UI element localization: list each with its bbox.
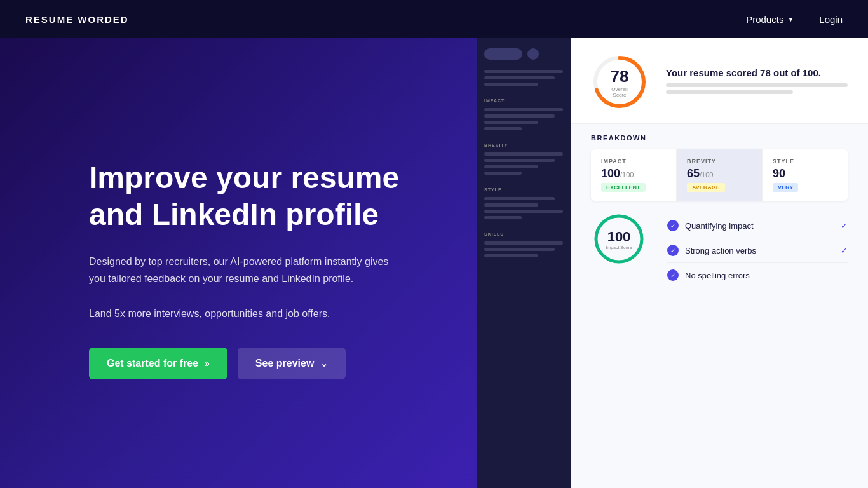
hero-title: Improve your resume and LinkedIn profile (89, 159, 438, 233)
hero-section: Improve your resume and LinkedIn profile… (0, 38, 868, 488)
bd-label-style: STYLE (773, 158, 837, 165)
hero-title-line2: and LinkedIn profile (89, 198, 379, 231)
bd-badge-impact: EXCELLENT (601, 183, 646, 192)
rp-style-label: STYLE (484, 187, 567, 192)
bd-score-brevity: 65/100 (687, 167, 752, 180)
impact-score-label: Impact Score (606, 245, 632, 250)
bd-col-brevity: BREVITY 65/100 AVERAGE (677, 149, 763, 201)
resume-panel-header (484, 48, 567, 60)
double-arrow-icon: » (205, 358, 210, 369)
impact-score-circle: 100 Impact Score (591, 211, 647, 267)
get-started-label: Get started for free (107, 358, 198, 369)
impact-center: 100 Impact Score (606, 229, 632, 250)
login-button[interactable]: Login (819, 14, 843, 25)
rp-line (484, 70, 563, 73)
rp-line (484, 216, 522, 219)
chevron-down-icon: ⌄ (320, 358, 328, 369)
rp-line (484, 210, 563, 213)
hero-title-line1: Improve your resume (89, 161, 399, 194)
rp-line (484, 108, 563, 111)
logo: RESUME WORDED (25, 14, 129, 25)
rp-line (484, 165, 538, 168)
bd-score-style: 90 (773, 167, 837, 180)
checklist: ✓ Quantifying impact ✓ ✓ Strong action v… (667, 211, 848, 287)
products-menu[interactable]: Products ▼ (746, 14, 794, 25)
rp-impact-group: IMPACT (484, 98, 567, 130)
rp-line (484, 172, 522, 175)
overall-score-label: Overall Score (606, 86, 634, 98)
score-headline: Your resume scored 78 out of 100. (666, 67, 848, 78)
chevron-down-icon: ▼ (787, 16, 794, 23)
get-started-button[interactable]: Get started for free » (89, 348, 227, 379)
bd-badge-brevity: AVERAGE (687, 183, 725, 192)
check-text-quantifying: Quantifying impact (685, 221, 834, 231)
bd-score-impact: 100/100 (601, 167, 666, 180)
rp-line (484, 76, 555, 79)
rp-oval (484, 48, 522, 60)
rp-line (484, 248, 555, 251)
score-header: 78 Overall Score Your resume scored 78 o… (571, 38, 868, 124)
score-text-area: Your resume scored 78 out of 100. (666, 67, 848, 97)
analysis-panel: 78 Overall Score Your resume scored 78 o… (571, 38, 868, 488)
rp-line (484, 241, 563, 245)
breakdown-section: BREAKDOWN IMPACT 100/100 EXCELLENT BREVI… (571, 124, 868, 201)
bd-col-impact: IMPACT 100/100 EXCELLENT (591, 149, 677, 201)
see-preview-label: See preview (255, 358, 315, 369)
overall-score-circle: 78 Overall Score (591, 53, 648, 111)
rp-line (484, 197, 555, 200)
rp-line (484, 254, 538, 257)
breakdown-title: BREAKDOWN (591, 134, 848, 142)
check-item-quantifying: ✓ Quantifying impact ✓ (667, 214, 848, 238)
rp-impact-label: IMPACT (484, 98, 567, 103)
score-bar-full (666, 83, 848, 87)
check-icon: ✓ (667, 220, 679, 231)
breakdown-cols: IMPACT 100/100 EXCELLENT BREVITY 65/100 … (591, 149, 848, 201)
hero-description: Designed by top recruiters, our AI-power… (89, 253, 407, 322)
check-right-icon: ✓ (841, 246, 848, 255)
score-center: 78 Overall Score (606, 67, 634, 98)
rp-style-group: STYLE (484, 187, 567, 219)
bd-label-brevity: BREVITY (687, 158, 752, 165)
products-label: Products (746, 14, 783, 25)
rp-line (484, 159, 555, 162)
rp-line (484, 83, 538, 86)
check-icon: ✓ (667, 245, 679, 256)
check-icon: ✓ (667, 269, 679, 281)
rp-circle (527, 48, 539, 60)
hero-desc1: Designed by top recruiters, our AI-power… (89, 253, 407, 287)
bd-col-style: STYLE 90 VERY (763, 149, 848, 201)
score-bar-partial (666, 90, 793, 94)
impact-score-number: 100 (606, 229, 632, 245)
rp-line (484, 121, 538, 124)
rp-line (484, 152, 563, 156)
rp-line (484, 203, 538, 207)
rp-line (484, 127, 522, 130)
nav-right: Products ▼ Login (746, 14, 843, 25)
rp-line (484, 114, 555, 118)
check-right-icon: ✓ (841, 221, 848, 231)
bd-label-impact: IMPACT (601, 158, 666, 165)
check-text-spelling: No spelling errors (685, 271, 848, 280)
rp-lines-top (484, 70, 567, 86)
rp-brevity-group: BREVITY (484, 143, 567, 175)
check-item-spelling: ✓ No spelling errors (667, 263, 848, 287)
rp-skills-label: SKILLS (484, 232, 567, 236)
rp-skills-group: SKILLS (484, 232, 567, 257)
check-text-strong-verbs: Strong action verbs (685, 246, 834, 255)
hero-left: Improve your resume and LinkedIn profile… (0, 38, 477, 488)
overall-score-number: 78 (606, 67, 634, 86)
hero-buttons: Get started for free » See preview ⌄ (89, 348, 438, 379)
hero-right: IMPACT BREVITY STYLE (477, 38, 868, 488)
check-item-strong-verbs: ✓ Strong action verbs ✓ (667, 238, 848, 263)
rp-brevity-label: BREVITY (484, 143, 567, 147)
bd-badge-style: VERY (773, 183, 798, 192)
impact-section: 100 Impact Score ✓ Quantifying impact ✓ … (571, 201, 868, 287)
hero-desc2: Land 5x more interviews, opportunities a… (89, 305, 407, 322)
see-preview-button[interactable]: See preview ⌄ (238, 348, 346, 379)
resume-panel: IMPACT BREVITY STYLE (477, 38, 575, 488)
navbar: RESUME WORDED Products ▼ Login (0, 0, 868, 38)
